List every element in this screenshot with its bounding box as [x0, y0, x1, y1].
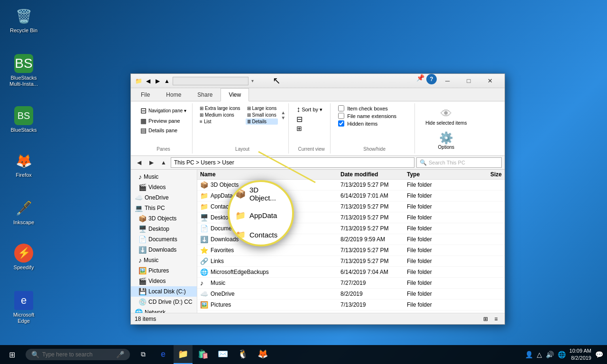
- nav-item-documents[interactable]: 📄 Documents: [131, 234, 197, 245]
- item-check-boxes-row[interactable]: Item check boxes: [338, 105, 411, 111]
- hide-selected-button[interactable]: 👁 Hide selected items: [423, 105, 469, 127]
- nav-item-localdisk[interactable]: 💾 Local Disk (C:): [131, 286, 197, 297]
- up-icon[interactable]: ▲: [163, 77, 171, 85]
- sort-by-button[interactable]: ↕ Sort by ▾: [296, 105, 326, 114]
- desktop-icon-speedify[interactable]: ⚡ Speedify: [5, 242, 43, 273]
- desktop-icon-edge[interactable]: e Microsoft Edge: [5, 289, 43, 326]
- file-name-favorites: Favorites: [211, 247, 340, 254]
- nav-item-pictures[interactable]: 🖼️ Pictures: [131, 265, 197, 276]
- desktop-icon-firefox[interactable]: 🦊 Firefox: [5, 149, 43, 180]
- maximize-button[interactable]: □: [458, 74, 479, 88]
- taskbar-action-center-icon[interactable]: 💬: [595, 351, 603, 358]
- taskbar-mail[interactable]: ✉️: [213, 345, 232, 364]
- col-name-header[interactable]: Name: [200, 171, 340, 178]
- forward-icon[interactable]: ▶: [154, 77, 161, 85]
- small-icons-label: Small icons: [252, 112, 276, 118]
- file-icon-3dobjects: 📦: [200, 181, 209, 189]
- zoom-item-appdata[interactable]: 📁 AppData: [230, 206, 292, 225]
- minimize-button[interactable]: ─: [437, 74, 458, 88]
- address-bar[interactable]: This PC > Users > User: [171, 157, 414, 168]
- tab-share[interactable]: Share: [189, 88, 221, 101]
- firefox-icon: 🦊: [14, 151, 33, 170]
- up-button[interactable]: ▲: [158, 157, 169, 168]
- back-button[interactable]: ◀: [134, 157, 144, 168]
- taskbar-search-input[interactable]: [42, 351, 109, 358]
- navigation-pane-button[interactable]: ⊟ Navigation pane ▾: [138, 105, 188, 116]
- nav-item-cddrive[interactable]: 💿 CD Drive (D:) CC: [131, 297, 197, 307]
- ribbon-toggle[interactable]: ▾: [251, 78, 254, 83]
- pin-icon[interactable]: 📌: [416, 74, 424, 88]
- col-size-header[interactable]: Size: [464, 171, 502, 178]
- speedify-label: Speedify: [14, 264, 34, 271]
- main-area: ♪ Music 🎬 Videos ☁️ OneDrive 💻 This PC 📦: [131, 170, 505, 313]
- file-type-contacts: File folder: [407, 203, 464, 210]
- taskbar-time[interactable]: 10:09 AM 8/2/2019: [570, 347, 591, 362]
- file-date-favorites: 7/13/2019 5:27 PM: [340, 247, 407, 254]
- sort-icon: ↕: [296, 105, 300, 114]
- col-type-header[interactable]: Type: [407, 171, 464, 178]
- layout-scroll[interactable]: ▲ ▼: [280, 105, 286, 125]
- desktop-icon-bluestacks[interactable]: BS BlueStacks: [5, 104, 43, 135]
- taskbar-search[interactable]: 🔍 🎤: [26, 349, 130, 360]
- desktop-icon-bluestacks-multi[interactable]: BS BlueStacks Multi-Insta...: [5, 52, 43, 89]
- options-button[interactable]: ⚙️ Options: [435, 129, 457, 152]
- file-row-favorites[interactable]: ⭐ Favorites 7/13/2019 5:27 PM File folde…: [197, 245, 505, 256]
- list-button[interactable]: ≡ List: [198, 118, 241, 125]
- large-icons-button[interactable]: ⊞ Large icons: [246, 105, 278, 111]
- search-box[interactable]: 🔍 Search This PC: [416, 157, 502, 168]
- file-row-links[interactable]: 🔗 Links 7/13/2019 5:27 PM File folder: [197, 256, 505, 267]
- details-button[interactable]: ≣ Details: [246, 118, 278, 125]
- nav-item-downloads[interactable]: ⬇️ Downloads: [131, 245, 197, 255]
- group-by-button[interactable]: ⊟: [296, 115, 326, 124]
- tab-view[interactable]: View: [221, 88, 249, 101]
- title-bar-buttons: 📌 ? ─ □ ✕: [416, 74, 501, 88]
- forward-button[interactable]: ▶: [146, 157, 156, 168]
- network-nav-icon: 🌐: [135, 309, 143, 313]
- desktop-icon-recycle-bin[interactable]: 🗑️ Recycle Bin: [5, 5, 43, 36]
- file-name-extensions-row[interactable]: File name extensions: [338, 113, 411, 119]
- nav-item-music2[interactable]: ♪ Music: [131, 255, 197, 265]
- item-check-boxes-checkbox[interactable]: [338, 105, 344, 111]
- file-row-music[interactable]: ♪ Music 7/27/2019 File folder: [197, 278, 505, 289]
- hidden-items-checkbox[interactable]: [338, 120, 344, 127]
- view-list-button[interactable]: ≡: [491, 314, 501, 324]
- taskbar-store[interactable]: 🛍️: [193, 345, 212, 364]
- taskbar-firefox[interactable]: 🦊: [253, 345, 272, 364]
- medium-icons-button[interactable]: ⊞ Medium icons: [198, 112, 241, 118]
- nav-item-desktop[interactable]: 🖥️ Desktop: [131, 224, 197, 234]
- start-button[interactable]: ⊞: [0, 345, 24, 364]
- file-row-onedrive[interactable]: ☁️ OneDrive 8/2/2019 File folder: [197, 289, 505, 300]
- view-details-button[interactable]: ⊞: [481, 314, 490, 324]
- file-name-music: Music: [211, 280, 340, 286]
- nav-item-3dobjects[interactable]: 📦 3D Objects: [131, 213, 197, 224]
- file-row-edgebackups[interactable]: 🌐 MicrosoftEdgeBackups 6/14/2019 7:04 AM…: [197, 267, 505, 278]
- taskbar-apps: ⧉ e 📁 🛍️ ✉️ 🐧 🦊: [134, 345, 272, 364]
- taskbar-task-view[interactable]: ⧉: [134, 345, 153, 364]
- tab-home[interactable]: Home: [158, 88, 189, 101]
- nav-3dobjects-label: 3D Objects: [148, 215, 176, 222]
- hidden-items-row[interactable]: Hidden items: [338, 120, 411, 127]
- details-pane-button[interactable]: ▤ Details pane: [138, 126, 188, 135]
- taskbar-edge[interactable]: e: [154, 345, 173, 364]
- file-name-extensions-checkbox[interactable]: [338, 113, 344, 119]
- nav-item-network[interactable]: 🌐 Network: [131, 307, 197, 313]
- nav-item-thispc[interactable]: 💻 This PC: [131, 203, 197, 213]
- col-date-header[interactable]: Date modified: [340, 171, 407, 178]
- taskbar-file-explorer[interactable]: 📁: [174, 345, 193, 364]
- nav-item-music[interactable]: ♪ Music: [131, 172, 197, 182]
- desktop-icon-inkscape[interactable]: 🖋️ Inkscape: [5, 197, 43, 228]
- nav-item-videos2[interactable]: 🎬 Videos: [131, 276, 197, 286]
- tab-file[interactable]: File: [133, 88, 158, 101]
- nav-item-videos[interactable]: 🎬 Videos: [131, 182, 197, 192]
- preview-pane-button[interactable]: ▦ Preview pane: [138, 116, 188, 126]
- extra-large-icons-button[interactable]: ⊞ Extra large icons: [198, 105, 241, 111]
- taskbar-agent[interactable]: 🐧: [233, 345, 252, 364]
- file-row-pictures[interactable]: 🖼️ Pictures 7/13/2019 File folder: [197, 300, 505, 310]
- close-button[interactable]: ✕: [479, 74, 501, 88]
- extra-large-icons-label: Extra large icons: [205, 106, 240, 111]
- back-icon[interactable]: ◀: [144, 77, 152, 85]
- help-button[interactable]: ?: [426, 74, 437, 84]
- small-icons-button[interactable]: ⊞ Small icons: [246, 112, 278, 118]
- add-columns-button[interactable]: ⊞: [296, 125, 326, 132]
- nav-item-onedrive[interactable]: ☁️ OneDrive: [131, 192, 197, 203]
